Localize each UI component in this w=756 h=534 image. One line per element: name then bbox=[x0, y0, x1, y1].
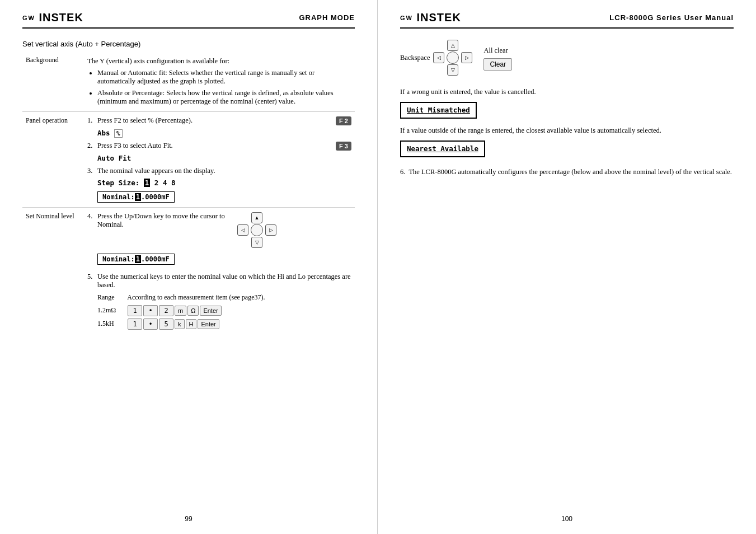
right-header-title: LCR-8000G Series User Manual bbox=[609, 13, 734, 22]
nav-center-right bbox=[447, 51, 459, 64]
wrong-unit-text: If a wrong unit is entered, the value is… bbox=[400, 87, 734, 97]
fkey-f2: F 2 bbox=[336, 116, 351, 125]
set-nominal-label: Set Nominal level bbox=[22, 207, 84, 332]
key-1-a: 1 bbox=[128, 305, 142, 316]
key-2-a: 2 bbox=[159, 305, 173, 316]
down-arrow-icon: ▽ bbox=[251, 237, 262, 248]
set-nominal-content: 4. Press the Up/Down key to move the cur… bbox=[84, 207, 355, 332]
nav-down-right: ▽ bbox=[447, 64, 458, 76]
nominal-highlight-2: 1 bbox=[135, 255, 141, 263]
key-m-a: m bbox=[175, 306, 186, 316]
step-6: 6. The LCR-8000G automatically configure… bbox=[400, 166, 734, 177]
step-5-row: 5. Use the numerical keys to enter the n… bbox=[87, 273, 351, 289]
step-4-text: Press the Up/Down key to move the cursor… bbox=[97, 212, 232, 229]
example1-row: 1.2mΩ 1 • 2 m Ω Enter bbox=[97, 305, 351, 316]
key-5-b: 5 bbox=[159, 318, 173, 330]
background-bullets: Manual or Automatic fit: Selects whether… bbox=[87, 69, 351, 106]
panel-operation-label: Panel operation bbox=[22, 111, 84, 207]
section-title: Set vertical axis (Auto + Percentage) bbox=[22, 40, 355, 48]
backspace-section: Backspace △ ◁ ▷ ▽ bbox=[400, 40, 472, 76]
left-header-title: GRAPH MODE bbox=[299, 13, 355, 22]
all-clear-section: All clear Clear bbox=[483, 45, 512, 71]
right-content: Backspace △ ◁ ▷ ▽ All clear Clear If a w… bbox=[400, 40, 734, 523]
right-header: GW INSTEK LCR-8000G Series User Manual bbox=[400, 11, 734, 29]
all-clear-label: All clear bbox=[483, 45, 508, 56]
step-1-text: Press F2 to select % (Percentage). bbox=[97, 116, 330, 125]
unit-mismatched-box: Unit Mismatched bbox=[400, 102, 477, 119]
key-omega-a: Ω bbox=[187, 306, 199, 316]
left-page-number: 99 bbox=[185, 515, 192, 523]
background-intro: The Y (vertical) axis configuration is a… bbox=[87, 56, 351, 67]
example2-row: 1.5kH 1 • 5 k H Enter bbox=[97, 318, 351, 330]
example1-keys: 1 • 2 m Ω Enter bbox=[128, 305, 222, 316]
step-2-row: 2. Press F3 to select Auto Fit. F 3 bbox=[87, 142, 351, 151]
step-3-num: 3. bbox=[87, 167, 97, 175]
background-content: The Y (vertical) axis configuration is a… bbox=[84, 54, 355, 111]
range-text: According to each measurement item (see … bbox=[127, 293, 265, 301]
step-6-text: The LCR-8000G automatically configures t… bbox=[408, 168, 732, 176]
step-4-display: Nominal:1.0000mF bbox=[97, 254, 175, 265]
range-text: If a value outside of the range is enter… bbox=[400, 125, 734, 136]
step-3-row: 3. The nominal value appears on the disp… bbox=[87, 167, 351, 175]
example1-label: 1.2mΩ bbox=[97, 306, 125, 315]
step-2-text: Press F3 to select Auto Fit. bbox=[97, 142, 330, 150]
key-1-b: 1 bbox=[128, 318, 142, 330]
key-enter-a: Enter bbox=[200, 306, 221, 316]
nearest-available-box: Nearest Available bbox=[400, 140, 485, 157]
key-enter-b: Enter bbox=[198, 319, 219, 329]
panel-operation-row: Panel operation 1. Press F2 to select % … bbox=[22, 111, 355, 207]
background-label: Background bbox=[22, 54, 84, 111]
step-6-num: 6. bbox=[400, 166, 405, 177]
key-dot-a: • bbox=[143, 305, 158, 316]
panel-operation-content: 1. Press F2 to select % (Percentage). F … bbox=[84, 111, 355, 207]
key-dot-b: • bbox=[143, 318, 158, 330]
center-icon bbox=[251, 224, 263, 236]
set-nominal-row: Set Nominal level 4. Press the Up/Down k… bbox=[22, 207, 355, 332]
left-arrow-icon: ◁ bbox=[237, 224, 248, 236]
nav-right-right: ▷ bbox=[461, 52, 472, 63]
step-size-highlight: 1 bbox=[144, 179, 151, 187]
example2-keys: 1 • 5 k H Enter bbox=[128, 318, 219, 330]
background-row: Background The Y (vertical) axis configu… bbox=[22, 54, 355, 111]
step-4-num: 4. bbox=[87, 212, 97, 221]
step-5-num: 5. bbox=[87, 273, 97, 281]
key-k-b: k bbox=[175, 319, 185, 329]
step-5-text: Use the numerical keys to enter the nomi… bbox=[97, 273, 351, 289]
step-4-row: 4. Press the Up/Down key to move the cur… bbox=[87, 212, 351, 248]
step-5-range: Range According to each measurement item… bbox=[97, 293, 351, 330]
clear-button[interactable]: Clear bbox=[483, 58, 512, 71]
bullet-1: Manual or Automatic fit: Selects whether… bbox=[97, 69, 351, 86]
page-right: GW INSTEK LCR-8000G Series User Manual B… bbox=[378, 0, 756, 534]
step-3-display-2: Nominal:1.0000mF bbox=[97, 191, 175, 203]
page-left: GW INSTEK GRAPH MODE Set vertical axis (… bbox=[0, 0, 378, 534]
range-label: Range bbox=[97, 293, 125, 302]
backspace-label: Backspace bbox=[400, 52, 430, 63]
nav-keys-icon-4: ▲ ◁ ▷ ▽ bbox=[237, 212, 276, 248]
step-3-text: The nominal value appears on the display… bbox=[97, 167, 351, 175]
content-table: Background The Y (vertical) axis configu… bbox=[22, 54, 355, 332]
nav-keys-backspace: △ ◁ ▷ ▽ bbox=[433, 40, 472, 76]
abs-pct-display: % bbox=[114, 129, 123, 138]
range-row: Range According to each measurement item… bbox=[97, 293, 351, 302]
right-arrow-icon: ▷ bbox=[265, 224, 276, 236]
step-3-display-1: Step Size: 1 2 4 8 bbox=[97, 179, 351, 187]
logo-gw-right: GW bbox=[400, 15, 413, 21]
step-1-num: 1. bbox=[87, 116, 97, 125]
nav-up-right: △ bbox=[447, 40, 458, 51]
step-2-display: Auto Fit bbox=[97, 154, 351, 162]
logo-instek-left: INSTEK bbox=[35, 11, 83, 24]
key-h-b: H bbox=[186, 319, 197, 329]
step-1-row: 1. Press F2 to select % (Percentage). F … bbox=[87, 116, 351, 125]
logo-instek-right: INSTEK bbox=[413, 11, 461, 24]
clear-button-area: Backspace △ ◁ ▷ ▽ All clear Clear bbox=[400, 40, 734, 76]
right-page-number: 100 bbox=[561, 515, 572, 523]
nominal-highlight-1: 1 bbox=[135, 193, 141, 201]
up-arrow-icon: ▲ bbox=[251, 212, 262, 223]
nav-middle-right: ◁ ▷ bbox=[433, 51, 472, 64]
bullet-2: Absolute or Percentage: Selects how the … bbox=[97, 89, 351, 106]
right-logo: GW INSTEK bbox=[400, 11, 461, 24]
step-1-display: Abs % bbox=[97, 129, 351, 137]
nav-left-right: ◁ bbox=[433, 52, 444, 63]
step-2-num: 2. bbox=[87, 142, 97, 150]
left-header: GW INSTEK GRAPH MODE bbox=[22, 11, 355, 29]
